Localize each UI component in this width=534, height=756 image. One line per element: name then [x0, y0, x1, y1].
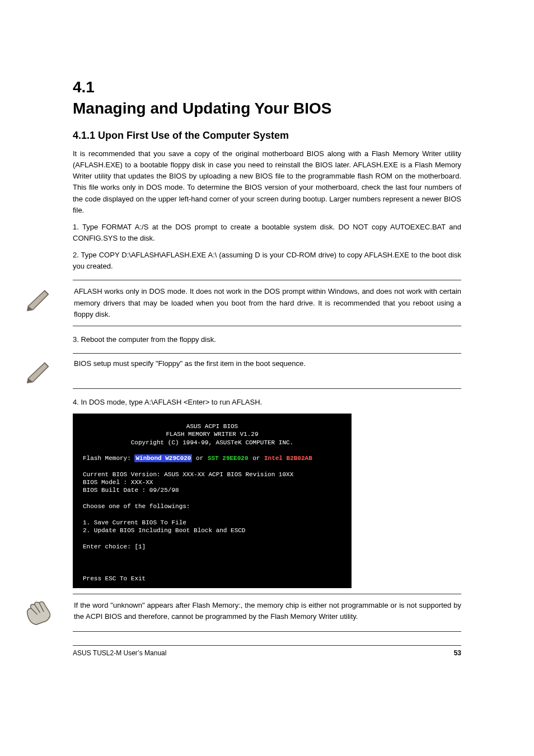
bios-enter-choice: Enter choice: [1]: [83, 543, 341, 551]
intro-paragraph: It is recommended that you save a copy o…: [73, 148, 461, 216]
bios-model-line: BIOS Model : XXX-XX: [83, 478, 341, 486]
bios-flash-opt-3: Intel B2B02AB: [264, 455, 313, 462]
step-2: 2. Type COPY D:\AFLASH\AFLASH.EXE A:\ (a…: [73, 250, 461, 272]
bios-option-2: 2. Update BIOS Including Boot Block and …: [83, 527, 341, 534]
bios-option-1: 1. Save Current BIOS To File: [83, 519, 341, 527]
bios-h2: FLASH MEMORY WRITER V1.29: [83, 430, 341, 438]
bios-esc-line: Press ESC To Exit: [83, 575, 341, 583]
page-footer: ASUS TUSL2-M User’s Manual 53: [73, 645, 461, 657]
note-block-3: If the word "unknown" appears after Flas…: [73, 594, 461, 632]
bios-flash-opt-1: Winbond W29C020: [134, 454, 192, 462]
note-2-text: BIOS setup must specify "Floppy" as the …: [74, 358, 306, 369]
bios-flash-line: Flash Memory: Winbond W29C020 or SST 29E…: [83, 454, 341, 462]
step-1: 1. Type FORMAT A:/S at the DOS prompt to…: [73, 222, 461, 244]
footer-left: ASUS TUSL2-M User’s Manual: [73, 649, 166, 657]
bios-h3: Copyright (C) 1994-99, ASUSTeK COMPUTER …: [83, 439, 341, 447]
bios-flash-label: Flash Memory:: [83, 455, 131, 462]
bios-h1: ASUS ACPI BIOS: [83, 422, 341, 430]
subsection-heading: 4.1.1 Upon First Use of the Computer Sys…: [73, 130, 461, 142]
step-4: 4. In DOS mode, type A:\AFLASH <Enter> t…: [73, 397, 461, 408]
pencil-icon: [25, 358, 54, 384]
note-3-text: If the word "unknown" appears after Flas…: [74, 600, 461, 622]
note-block-2: BIOS setup must specify "Floppy" as the …: [73, 353, 461, 389]
bios-version-line: Current BIOS Version: ASUS XXX-XX ACPI B…: [83, 471, 341, 478]
bios-flash-opt-2: SST 29EE020: [207, 455, 249, 462]
pencil-icon: [25, 286, 54, 312]
step-3: 3. Reboot the computer from the floppy d…: [73, 334, 461, 345]
note-1-text: AFLASH works only in DOS mode. It does n…: [74, 286, 461, 320]
section-number: 4.1: [73, 78, 461, 96]
bios-screenshot: ASUS ACPI BIOS FLASH MEMORY WRITER V1.29…: [73, 414, 352, 588]
hand-icon: [25, 600, 54, 626]
section-title: Managing and Updating Your BIOS: [73, 100, 461, 118]
page-number: 53: [454, 649, 461, 657]
note-block-1: AFLASH works only in DOS mode. It does n…: [73, 280, 461, 326]
bios-flash-or-1: or: [196, 455, 203, 462]
bios-flash-or-2: or: [252, 455, 260, 462]
bios-choose-line: Choose one of the followings:: [83, 503, 341, 510]
bios-date-line: BIOS Built Date : 09/25/98: [83, 486, 341, 494]
